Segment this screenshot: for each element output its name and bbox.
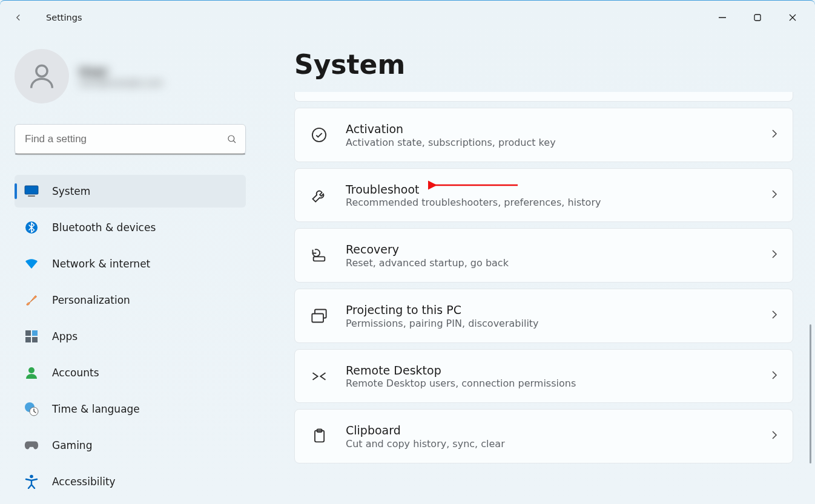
sidebar-item-system[interactable]: System	[15, 175, 246, 208]
back-button[interactable]	[5, 4, 31, 31]
main: System Activation Activation state, subs…	[260, 34, 815, 504]
bluetooth-icon	[24, 220, 39, 235]
card-text: Projecting to this PC Permissions, pairi…	[346, 303, 753, 329]
remote-desktop-icon	[309, 367, 329, 386]
display-icon	[24, 184, 39, 198]
sidebar-item-label: Accounts	[52, 367, 99, 379]
card-sub: Recommended troubleshooters, preferences…	[346, 197, 753, 208]
sidebar-item-personalization[interactable]: Personalization	[15, 284, 246, 316]
svg-rect-22	[312, 313, 323, 322]
card-title: Troubleshoot	[346, 182, 753, 197]
chevron-right-icon	[770, 189, 778, 202]
checkmark-circle-icon	[309, 125, 329, 145]
content: User user@example.com System Bluetooth	[0, 34, 815, 504]
card-recovery[interactable]: Recovery Reset, advanced startup, go bac…	[294, 228, 793, 283]
card-projecting[interactable]: Projecting to this PC Permissions, pairi…	[294, 289, 793, 343]
window-controls	[705, 4, 810, 31]
card-remote-desktop[interactable]: Remote Desktop Remote Desktop users, con…	[294, 349, 793, 404]
svg-rect-8	[28, 195, 35, 197]
card-text: Clipboard Cut and copy history, sync, cl…	[346, 423, 753, 450]
card-title: Activation	[346, 122, 753, 137]
sidebar-item-label: Time & language	[52, 403, 140, 415]
search-input[interactable]	[15, 133, 219, 145]
card-title: Recovery	[346, 242, 753, 257]
sidebar-item-bluetooth[interactable]: Bluetooth & devices	[15, 211, 246, 244]
chevron-right-icon	[770, 430, 778, 443]
account-icon	[24, 365, 39, 380]
close-button[interactable]	[775, 4, 810, 31]
profile-sub: user@example.com	[79, 78, 163, 88]
card-sub: Cut and copy history, sync, clear	[346, 438, 753, 450]
sidebar-item-accounts[interactable]: Accounts	[15, 356, 246, 389]
search-icon	[219, 134, 245, 145]
projecting-icon	[309, 306, 329, 326]
sidebar-item-apps[interactable]: Apps	[15, 320, 246, 353]
card-partial-top	[294, 92, 793, 102]
svg-rect-11	[32, 330, 38, 336]
sidebar-item-accessibility[interactable]: Accessibility	[15, 465, 246, 498]
sidebar-item-network[interactable]: Network & internet	[15, 247, 246, 280]
scrollbar-thumb[interactable]	[810, 324, 811, 463]
svg-rect-7	[25, 186, 38, 194]
sidebar-item-label: Bluetooth & devices	[52, 221, 156, 234]
minimize-icon	[718, 13, 727, 22]
chevron-right-icon	[770, 249, 778, 262]
profile-name: User	[79, 65, 163, 78]
sidebar-item-gaming[interactable]: Gaming	[15, 429, 246, 462]
svg-rect-20	[314, 257, 325, 261]
card-text: Troubleshoot Recommended troubleshooters…	[346, 182, 753, 209]
svg-rect-12	[25, 337, 31, 342]
sidebar-item-time-language[interactable]: Time & language	[15, 393, 246, 425]
card-activation[interactable]: Activation Activation state, subscriptio…	[294, 108, 793, 162]
svg-rect-13	[32, 337, 38, 342]
svg-rect-10	[25, 330, 31, 336]
globe-clock-icon	[24, 402, 39, 416]
svg-rect-1	[754, 15, 761, 21]
svg-point-18	[312, 128, 326, 142]
sidebar-nav: System Bluetooth & devices Network & int…	[15, 175, 246, 498]
titlebar: Settings	[0, 1, 815, 34]
card-title: Projecting to this PC	[346, 303, 753, 318]
card-title: Clipboard	[346, 423, 753, 438]
card-clipboard[interactable]: Clipboard Cut and copy history, sync, cl…	[294, 409, 793, 463]
sidebar-item-label: Apps	[52, 330, 78, 342]
search-box[interactable]	[15, 124, 246, 154]
svg-point-17	[30, 475, 33, 479]
sidebar: User user@example.com System Bluetooth	[0, 34, 260, 504]
page-title: System	[294, 49, 793, 80]
apps-icon	[24, 329, 39, 344]
brush-icon	[24, 293, 39, 307]
card-text: Activation Activation state, subscriptio…	[346, 122, 753, 148]
sidebar-item-label: Personalization	[52, 294, 130, 306]
window-title: Settings	[31, 13, 82, 22]
recovery-icon	[309, 246, 329, 265]
maximize-icon	[753, 13, 762, 22]
wrench-icon	[309, 186, 329, 205]
profile-text: User user@example.com	[79, 65, 163, 88]
gamepad-icon	[24, 438, 39, 453]
minimize-button[interactable]	[705, 4, 740, 31]
svg-point-4	[36, 65, 47, 76]
maximize-button[interactable]	[740, 4, 775, 31]
chevron-right-icon	[770, 128, 778, 142]
card-sub: Permissions, pairing PIN, discoverabilit…	[346, 318, 753, 329]
sidebar-item-label: Accessibility	[52, 476, 116, 488]
chevron-right-icon	[770, 309, 778, 322]
card-troubleshoot[interactable]: Troubleshoot Recommended troubleshooters…	[294, 168, 793, 223]
svg-line-6	[233, 140, 236, 143]
close-icon	[788, 13, 797, 22]
settings-cards: Activation Activation state, subscriptio…	[294, 92, 793, 468]
profile-block[interactable]: User user@example.com	[15, 34, 246, 118]
person-icon	[26, 61, 58, 92]
card-sub: Activation state, subscriptions, product…	[346, 137, 753, 148]
card-text: Recovery Reset, advanced startup, go bac…	[346, 242, 753, 269]
accessibility-icon	[24, 474, 39, 489]
card-sub: Remote Desktop users, connection permiss…	[346, 378, 753, 389]
sidebar-item-label: System	[52, 185, 90, 197]
clipboard-icon	[309, 427, 329, 446]
svg-point-5	[228, 136, 234, 142]
card-text: Remote Desktop Remote Desktop users, con…	[346, 363, 753, 390]
chevron-right-icon	[770, 370, 778, 383]
sidebar-item-label: Gaming	[52, 439, 92, 451]
card-sub: Reset, advanced startup, go back	[346, 257, 753, 269]
